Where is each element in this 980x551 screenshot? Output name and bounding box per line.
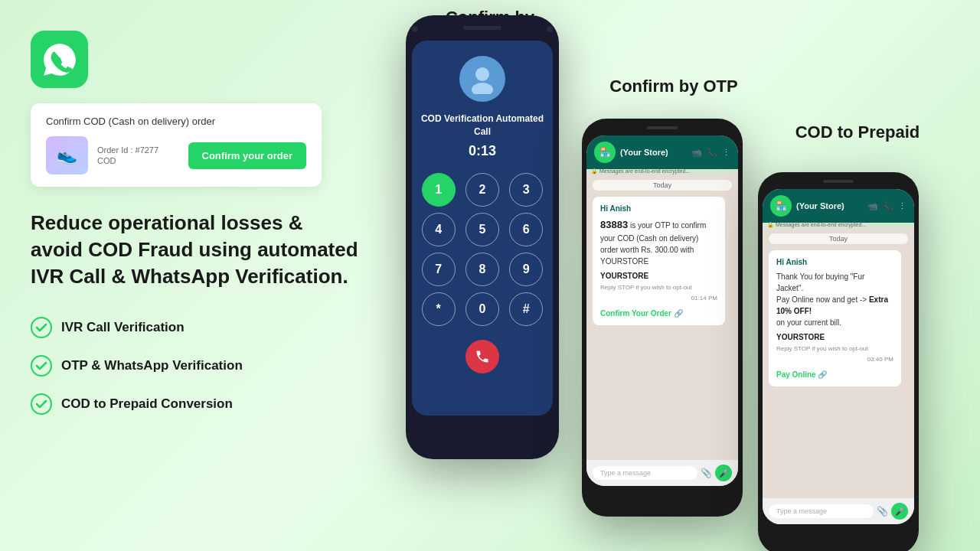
call-icon[interactable]: 📞 (707, 148, 717, 158)
wa-header-cod: 🏪 (Your Store) 📹 📞 ⋮ (763, 189, 914, 223)
phone-ivr: COD Verification Automated Call 0:13 1 2… (406, 15, 559, 459)
dial-btn-7[interactable]: 7 (422, 253, 456, 286)
attachment-icon-cod[interactable]: 📎 (877, 506, 888, 517)
camera-dot (412, 26, 418, 32)
shoe-image: 👟 (46, 136, 88, 174)
wa-store-label-cod: YOURSTORE (776, 331, 893, 343)
dial-btn-star[interactable]: * (422, 292, 456, 326)
check-icon-cod (31, 393, 52, 415)
menu-icon-cod[interactable]: ⋮ (898, 201, 906, 211)
phone-cod: 🏪 (Your Store) 📹 📞 ⋮ 🔒 Messages are end-… (758, 172, 919, 551)
speaker-bar (463, 26, 501, 30)
wa-header-otp: 🏪 (Your Store) 📹 📞 ⋮ (586, 135, 738, 169)
end-call-button[interactable] (466, 340, 499, 373)
otp-number: 83883 (600, 219, 628, 230)
dial-btn-0[interactable]: 0 (466, 292, 499, 326)
wa-reply-hint-otp: Reply STOP if you wish to opt-out (600, 283, 717, 292)
dial-btn-8[interactable]: 8 (466, 253, 499, 286)
wa-otp-message: 83883 is your OTP to confirm your COD (C… (600, 217, 717, 267)
wa-body-otp: Today Hi Anish 83883 is your OTP to conf… (586, 174, 738, 460)
wa-mic-button[interactable]: 🎤 (715, 465, 732, 481)
attachment-icon[interactable]: 📎 (701, 468, 712, 478)
dial-btn-1[interactable]: 1 (422, 173, 456, 207)
wa-header-icons: 📹 📞 ⋮ (691, 148, 730, 158)
dial-btn-2[interactable]: 2 (466, 173, 499, 207)
wa-body-cod: Today Hi Anish Thank You for buying "Fur… (763, 227, 914, 498)
wa-reply-hint-cod: Reply STOP if you wish to opt-out (776, 344, 893, 354)
feature-label-otp: OTP & WhatsApp Verification (61, 358, 243, 373)
check-icon-otp (31, 355, 52, 377)
feature-list: IVR Call Verification OTP & WhatsApp Ver… (31, 317, 360, 415)
svg-point-1 (472, 83, 493, 94)
order-card: Confirm COD (Cash on delivery) order 👟 O… (31, 103, 322, 187)
phone-frame-cod: 🏪 (Your Store) 📹 📞 ⋮ 🔒 Messages are end-… (758, 172, 919, 551)
svg-point-0 (475, 67, 489, 81)
whatsapp-icon (31, 31, 88, 88)
order-card-title: Confirm COD (Cash on delivery) order (46, 116, 306, 127)
wa-mic-button-cod[interactable]: 🎤 (891, 503, 908, 520)
wa-footer-cod: Type a message 📎 🎤 (763, 498, 914, 524)
current-bill-text: on your current bill. (776, 318, 841, 327)
camera-row (412, 26, 553, 36)
wa-cod-message: Thank You for buying "Fur Jacket". Pay O… (776, 271, 893, 328)
wa-greeting-cod: Hi Anish (776, 256, 893, 268)
dial-btn-4[interactable]: 4 (422, 213, 456, 246)
wa-date-badge-otp: Today (593, 180, 732, 191)
video-icon-cod[interactable]: 📹 (867, 201, 878, 211)
phone-frame-ivr: COD Verification Automated Call 0:13 1 2… (406, 15, 559, 459)
pay-online-link[interactable]: Pay Online 🔗 (776, 369, 893, 380)
confirm-your-order-link[interactable]: Confirm Your Order 🔗 (600, 308, 717, 319)
dial-btn-5[interactable]: 5 (466, 213, 499, 246)
feature-item-otp: OTP & WhatsApp Verification (31, 355, 360, 377)
wa-store-icon: 🏪 (594, 142, 616, 163)
wa-store-icon-cod: 🏪 (770, 195, 792, 217)
wa-message-bubble-cod: Hi Anish Thank You for buying "Fur Jacke… (769, 250, 901, 386)
order-info: Order Id : #7277 COD (97, 145, 179, 165)
ivr-timer: 0:13 (469, 143, 496, 159)
dial-btn-9[interactable]: 9 (509, 253, 543, 286)
section-label-otp: Confirm by OTP (597, 77, 750, 96)
dial-grid: 1 2 3 4 5 6 7 8 9 * 0 # (420, 173, 545, 326)
order-cod-label: COD (97, 156, 179, 165)
dial-btn-hash[interactable]: # (509, 292, 543, 326)
ivr-title: COD Verification Automated Call (420, 112, 545, 139)
order-id: Order Id : #7277 (97, 145, 179, 155)
avatar (459, 56, 505, 102)
left-section: Confirm COD (Cash on delivery) order 👟 O… (31, 31, 360, 432)
feature-item-cod: COD to Prepaid Conversion (31, 393, 360, 415)
wa-screen-cod: 🏪 (Your Store) 📹 📞 ⋮ 🔒 Messages are end-… (763, 189, 914, 524)
wa-footer-otp: Type a message 📎 🎤 (586, 460, 738, 486)
wa-timestamp-cod: 03:40 PM (776, 355, 893, 364)
wa-message-bubble-otp: Hi Anish 83883 is your OTP to confirm yo… (593, 197, 725, 325)
feature-label-cod: COD to Prepaid Conversion (61, 396, 233, 412)
wa-date-badge-cod: Today (769, 233, 908, 244)
menu-icon[interactable]: ⋮ (722, 148, 730, 158)
wa-store-name-otp: (Your Store) (620, 148, 687, 157)
section-label-cod: COD to Prepaid (773, 122, 942, 142)
wa-header-icons-cod: 📹 📞 ⋮ (867, 201, 906, 211)
wa-greeting: Hi Anish (600, 203, 717, 214)
wa-message-input[interactable]: Type a message (593, 466, 697, 480)
dial-btn-6[interactable]: 6 (509, 213, 543, 246)
dial-btn-3[interactable]: 3 (509, 173, 543, 207)
camera-dot-2 (547, 26, 553, 32)
wa-store-label-otp: YOURSTORE (600, 270, 717, 282)
hero-text: Reduce operational losses & avoid COD Fr… (31, 210, 360, 290)
wa-timestamp-otp: 01:14 PM (600, 294, 717, 303)
wa-message-input-cod[interactable]: Type a message (769, 504, 874, 518)
call-icon-cod[interactable]: 📞 (883, 201, 893, 211)
phone-frame-otp: 🏪 (Your Store) 📹 📞 ⋮ 🔒 Messages are end-… (582, 119, 743, 517)
phone-otp: 🏪 (Your Store) 📹 📞 ⋮ 🔒 Messages are end-… (582, 119, 743, 517)
feature-item-ivr: IVR Call Verification (31, 317, 360, 338)
confirm-order-button[interactable]: Confirm your order (188, 142, 306, 169)
ivr-screen: COD Verification Automated Call 0:13 1 2… (412, 41, 553, 416)
video-icon[interactable]: 📹 (691, 148, 702, 158)
feature-label-ivr: IVR Call Verification (61, 320, 185, 335)
pay-online-text: Pay Online now and get -> (776, 295, 867, 304)
check-icon-ivr (31, 317, 52, 338)
wa-screen-otp: 🏪 (Your Store) 📹 📞 ⋮ 🔒 Messages are end-… (586, 135, 738, 486)
wa-store-name-cod: (Your Store) (796, 201, 863, 210)
thank-you-text: Thank You for buying "Fur Jacket". (776, 272, 864, 292)
